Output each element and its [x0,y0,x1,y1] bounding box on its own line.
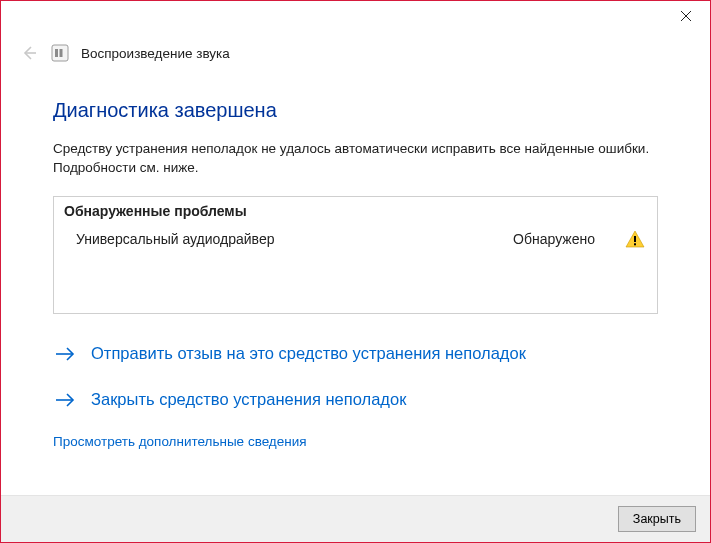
window-close-button[interactable] [662,1,710,31]
close-troubleshooter-link[interactable]: Закрыть средство устранения неполадок [53,388,658,412]
problem-name: Универсальный аудиодрайвер [76,231,513,247]
svg-rect-8 [634,243,636,245]
close-button[interactable]: Закрыть [618,506,696,532]
footer: Закрыть [1,495,710,542]
description-text: Средству устранения неполадок не удалось… [53,140,658,178]
problem-status: Обнаружено [513,231,595,247]
titlebar [1,1,710,37]
send-feedback-link[interactable]: Отправить отзыв на это средство устранен… [53,342,658,366]
page-title: Диагностика завершена [53,99,658,122]
svg-rect-7 [634,236,636,242]
svg-rect-4 [55,49,58,57]
back-arrow-icon [19,43,39,63]
troubleshooter-title: Воспроизведение звука [81,46,230,61]
close-troubleshooter-label: Закрыть средство устранения неполадок [91,390,406,409]
content-area: Диагностика завершена Средству устранени… [1,63,710,495]
action-links: Отправить отзыв на это средство устранен… [53,342,658,412]
arrow-right-icon [53,388,77,412]
view-more-link[interactable]: Просмотреть дополнительные сведения [53,434,658,449]
send-feedback-label: Отправить отзыв на это средство устранен… [91,344,526,363]
warning-icon [625,229,645,249]
problems-box: Обнаруженные проблемы Универсальный ауди… [53,196,658,314]
troubleshooter-icon [51,44,69,62]
back-button[interactable] [19,43,39,63]
problems-header: Обнаруженные проблемы [54,203,657,223]
troubleshooter-window: Воспроизведение звука Диагностика заверш… [0,0,711,543]
arrow-right-icon [53,342,77,366]
close-icon [680,10,692,22]
header-row: Воспроизведение звука [1,37,710,63]
svg-rect-5 [60,49,63,57]
problem-row[interactable]: Универсальный аудиодрайвер Обнаружено [54,223,657,253]
